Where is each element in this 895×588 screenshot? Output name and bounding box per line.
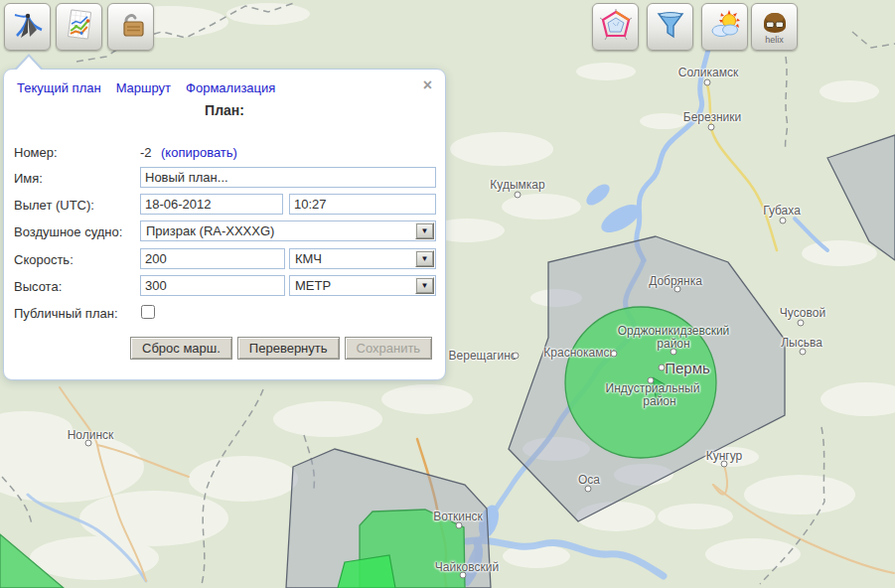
dialog-title: План: (4, 102, 445, 118)
public-plan-label: Публичный план: (14, 306, 118, 321)
map-city-marker (704, 79, 711, 86)
map-district-label: район (643, 394, 675, 408)
map-city-marker (460, 572, 467, 579)
charts-tool-button[interactable] (56, 3, 102, 51)
map-district-marker (671, 349, 677, 356)
reverse-button[interactable]: Перевернуть (237, 337, 340, 360)
number-label: Номер: (14, 145, 58, 160)
tab-formalization[interactable]: Формализация (186, 80, 275, 95)
altitude-unit-select[interactable]: МЕТР ▼ (289, 275, 436, 296)
altitude-label: Высота: (14, 279, 62, 294)
helix-tool-button[interactable]: helix (751, 3, 798, 51)
lock-tool-button[interactable] (107, 3, 154, 51)
map-city-label: Березники (683, 110, 741, 124)
map-city-marker (456, 522, 463, 529)
altitude-input[interactable] (140, 275, 285, 296)
dialog-pointer-fill (16, 57, 42, 71)
filter-tool-button[interactable] (647, 3, 693, 51)
departure-time-input[interactable] (289, 194, 436, 215)
altitude-unit-value: МЕТР (295, 278, 331, 293)
map-city-marker (513, 353, 520, 360)
weather-tool-button[interactable] (701, 3, 748, 51)
dialog-button-row: Сброс марш. Перевернуть Сохранить (130, 337, 432, 360)
map-city-label: Соликамск (678, 66, 738, 79)
filter-funnel-icon (654, 8, 687, 46)
departure-date-input[interactable] (140, 194, 283, 215)
name-label: Имя: (14, 171, 43, 186)
map-city-label: Губаха (763, 204, 801, 218)
copy-link[interactable]: (копировать) (161, 145, 237, 160)
chart-icon (63, 8, 96, 46)
chevron-down-icon[interactable]: ▼ (415, 277, 434, 294)
map-district-marker (648, 377, 655, 384)
lock-open-icon (114, 8, 148, 46)
speed-unit-value: КМЧ (295, 251, 322, 266)
map-district-label: Индустриальный (606, 381, 700, 395)
tab-current-plan[interactable]: Текущий план (17, 80, 101, 95)
speed-unit-select[interactable]: КМЧ ▼ (289, 248, 436, 269)
helix-helmet-icon (760, 10, 790, 38)
map-city-marker (611, 351, 618, 358)
app-window: Соликамск Березники Кудымкар Губаха Добр… (0, 0, 895, 588)
chevron-down-icon[interactable]: ▼ (415, 222, 434, 239)
map-city-marker (800, 349, 807, 356)
route-icon (11, 8, 45, 46)
aircraft-select[interactable]: Призрак (RA-XXXXG) ▼ (140, 220, 436, 241)
map-city-marker (708, 124, 715, 131)
plan-dialog: Текущий план Маршрут Формализация × План… (3, 69, 446, 380)
zones-tool-button[interactable] (592, 3, 639, 51)
aircraft-label: Воздушное судно: (14, 224, 122, 239)
close-icon[interactable]: × (423, 77, 432, 93)
aircraft-select-value: Призрак (RA-XXXXG) (146, 223, 274, 238)
departure-label: Вылет (UTC): (14, 198, 94, 213)
map-city-label: Чусовой (780, 306, 825, 320)
weather-sun-cloud-icon (708, 8, 742, 46)
map-city-label: Пермь (665, 360, 710, 376)
route-tool-button[interactable] (4, 3, 51, 51)
map-city-marker (674, 286, 681, 293)
map-city-marker (85, 440, 92, 447)
map-city-marker (780, 218, 787, 224)
map-city-label: Кудымкар (490, 178, 544, 192)
helix-tool-label: helix (765, 36, 784, 44)
map-city-marker (585, 486, 592, 493)
save-button[interactable]: Сохранить (345, 337, 433, 360)
map-city-marker (659, 365, 666, 371)
number-value: -2 (140, 145, 152, 160)
map-city-label: Верещагино (449, 349, 518, 363)
map-district-label: Орджоникидзевский (618, 324, 730, 338)
map-city-marker (721, 461, 728, 468)
dialog-tabs: Текущий план Маршрут Формализация (17, 80, 275, 95)
map-city-marker (515, 192, 522, 199)
public-plan-checkbox[interactable] (141, 305, 155, 319)
speed-input[interactable] (140, 248, 285, 269)
reset-route-button[interactable]: Сброс марш. (130, 337, 232, 360)
name-input[interactable] (140, 167, 436, 188)
speed-label: Скорость: (14, 252, 74, 267)
map-city-label: Чайковский (435, 560, 499, 574)
map-city-marker (798, 320, 805, 327)
zones-polygon-icon (599, 8, 633, 46)
tab-route[interactable]: Маршрут (116, 80, 171, 95)
map-city-label: Краснокамск (543, 346, 614, 360)
chevron-down-icon[interactable]: ▼ (415, 250, 434, 267)
